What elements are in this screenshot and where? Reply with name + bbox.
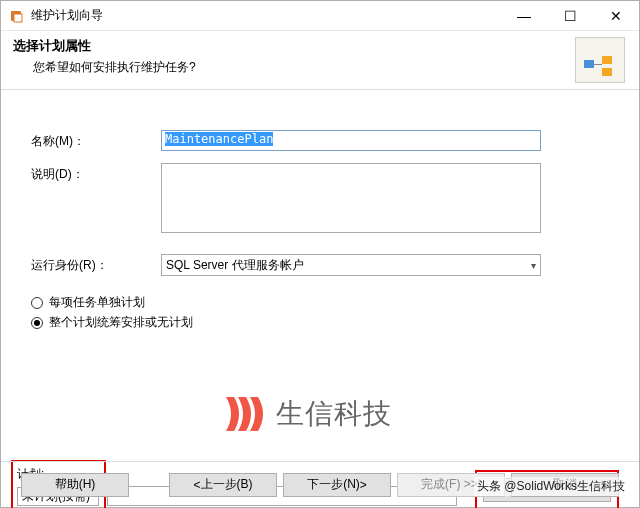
wizard-window: 维护计划向导 — ☐ ✕ 选择计划属性 您希望如何安排执行维护任务? 名称(M)… bbox=[0, 0, 640, 508]
content-area: 名称(M)： MaintenancePlan 说明(D)： 运行身份(R)： S… bbox=[1, 90, 639, 461]
desc-label: 说明(D)： bbox=[31, 163, 161, 183]
radio-icon bbox=[31, 297, 43, 309]
watermark-text: 生信科技 bbox=[276, 395, 392, 433]
name-label: 名称(M)： bbox=[31, 130, 161, 150]
app-icon bbox=[9, 8, 25, 24]
radio-icon-checked bbox=[31, 317, 43, 329]
header-illustration bbox=[575, 37, 625, 83]
runas-select[interactable]: SQL Server 代理服务帐户 ▾ bbox=[161, 254, 541, 276]
watermark: 生信科技 bbox=[226, 395, 392, 433]
runas-value: SQL Server 代理服务帐户 bbox=[166, 257, 304, 274]
titlebar: 维护计划向导 — ☐ ✕ bbox=[1, 1, 639, 31]
desc-textarea[interactable] bbox=[161, 163, 541, 233]
next-button[interactable]: 下一步(N) bbox=[283, 473, 391, 497]
radio-separate-schedule[interactable]: 每项任务单独计划 bbox=[31, 294, 609, 311]
radio-single-schedule[interactable]: 整个计划统筹安排或无计划 bbox=[31, 314, 609, 331]
back-button[interactable]: 上一步(B) bbox=[169, 473, 277, 497]
header-band: 选择计划属性 您希望如何安排执行维护任务? bbox=[1, 31, 639, 89]
window-title: 维护计划向导 bbox=[31, 7, 103, 24]
watermark-logo-icon bbox=[226, 397, 270, 431]
maximize-button[interactable]: ☐ bbox=[547, 1, 593, 31]
close-button[interactable]: ✕ bbox=[593, 1, 639, 31]
radio-label-2: 整个计划统筹安排或无计划 bbox=[49, 314, 193, 331]
chevron-down-icon: ▾ bbox=[531, 260, 536, 271]
help-button[interactable]: 帮助(H) bbox=[21, 473, 129, 497]
name-input[interactable]: MaintenancePlan bbox=[161, 130, 541, 151]
page-title: 选择计划属性 bbox=[13, 37, 575, 55]
runas-label: 运行身份(R)： bbox=[31, 254, 161, 274]
svg-rect-1 bbox=[14, 14, 22, 22]
credit-text: 头条 @SolidWorks生信科技 bbox=[474, 477, 628, 496]
radio-label-1: 每项任务单独计划 bbox=[49, 294, 145, 311]
minimize-button[interactable]: — bbox=[501, 1, 547, 31]
page-subtitle: 您希望如何安排执行维护任务? bbox=[13, 59, 575, 76]
